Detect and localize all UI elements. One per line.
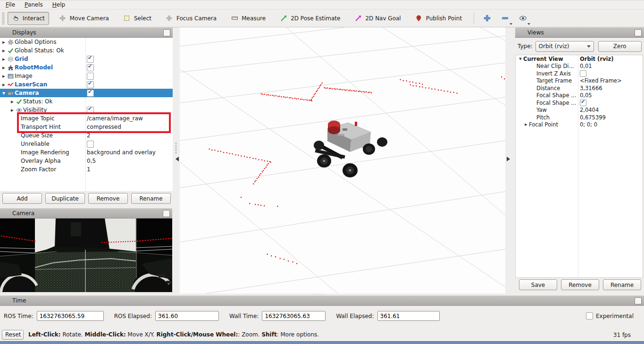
duplicate-button[interactable]: Duplicate	[45, 193, 85, 204]
tool-2d-nav-goal[interactable]: 2D Nav Goal	[350, 12, 405, 25]
views-float-button[interactable]	[635, 29, 642, 36]
zero-button[interactable]: Zero	[598, 41, 642, 52]
displays-row-laserscan[interactable]: ▶LaserScan	[0, 80, 173, 89]
row-value[interactable]: 0,5	[87, 157, 96, 165]
toolbar-separator	[474, 13, 474, 24]
checkbox[interactable]	[87, 56, 94, 63]
views-row-invert-z-axis[interactable]: Invert Z Axis	[516, 70, 643, 77]
row-value[interactable]: 0,05	[580, 92, 592, 100]
displays-row-overlay-alpha[interactable]: Overlay Alpha0,5	[0, 157, 173, 165]
3d-viewport[interactable]	[180, 27, 505, 294]
tool-zoom-out-minus-icon[interactable]	[499, 13, 511, 24]
tree-collapse-arrow[interactable]: ▶	[1, 74, 7, 78]
row-value[interactable]: 0,675399	[580, 114, 606, 121]
menu-item-file[interactable]: File	[5, 1, 20, 8]
tree-collapse-arrow[interactable]: ▶	[1, 57, 7, 61]
checkbox[interactable]	[87, 90, 94, 97]
tree-collapse-arrow[interactable]: ▶	[9, 100, 15, 104]
checkbox[interactable]	[580, 100, 586, 106]
time-field-label: Wall Time:	[229, 313, 259, 319]
toolbar-extra-tools	[481, 13, 535, 24]
views-remove-button[interactable]: Remove	[561, 279, 599, 290]
views-save-button[interactable]: Save	[519, 279, 557, 290]
reset-button[interactable]: Reset	[2, 330, 24, 340]
row-value[interactable]: <Fixed Frame>	[580, 77, 622, 85]
row-value[interactable]: Orbit (rviz)	[580, 55, 613, 63]
tool-focus-camera[interactable]: Focus Camera	[161, 12, 221, 25]
collapse-right-panel-arrow[interactable]	[507, 157, 510, 161]
checkbox[interactable]	[87, 64, 94, 71]
camera-float-button[interactable]	[163, 210, 170, 217]
collapse-left-panel-arrow[interactable]	[176, 157, 179, 161]
row-value[interactable]: background and overlay	[87, 148, 156, 157]
left-splitter-handle[interactable]	[175, 142, 177, 154]
tree-collapse-arrow[interactable]: ▶	[1, 49, 7, 53]
tool-measure[interactable]: Measure	[226, 12, 270, 25]
ros-time-input[interactable]	[37, 311, 104, 321]
tool-select[interactable]: Select	[119, 12, 156, 25]
views-row-focal-shape-[interactable]: Focal Shape ...	[516, 99, 643, 107]
row-label: Image	[15, 73, 33, 79]
checkbox[interactable]	[87, 81, 94, 88]
views-row-distance[interactable]: Distance3,31666	[516, 84, 643, 92]
row-value[interactable]: 0; 0; 0	[580, 121, 597, 129]
row-value[interactable]: 1	[87, 165, 91, 174]
views-row-focal-shape-[interactable]: Focal Shape ...0,05	[516, 92, 643, 100]
tool-zoom-in-plus-icon[interactable]	[481, 13, 493, 24]
tool-move-camera[interactable]: Move Camera	[55, 12, 113, 25]
row-value[interactable]: 3,31666	[580, 84, 602, 92]
views-row-current-view[interactable]: ▼Current ViewOrbit (rviz)	[516, 55, 643, 63]
displays-row-zoom-factor[interactable]: Zoom Factor1	[0, 165, 173, 174]
ros-elapsed-input[interactable]	[155, 311, 219, 321]
displays-row-camera[interactable]: ▼Camera	[0, 89, 173, 97]
wall-time-input[interactable]	[262, 311, 326, 321]
remove-button[interactable]: Remove	[88, 193, 128, 204]
displays-float-button[interactable]	[163, 29, 170, 36]
tree-expand-arrow[interactable]: ▼	[1, 91, 7, 95]
clock-icon	[2, 297, 9, 304]
views-row-target-frame[interactable]: Target Frame<Fixed Frame>	[516, 77, 643, 85]
tree-collapse-arrow[interactable]: ▶	[1, 66, 7, 70]
view-type-combobox[interactable]: Orbit (rviz)	[535, 41, 594, 52]
displays-row-global-options[interactable]: ▶Global Options	[0, 38, 173, 46]
displays-row-status-ok[interactable]: ▶Status: Ok	[0, 97, 173, 106]
time-float-button[interactable]	[635, 297, 642, 304]
tree-collapse-arrow[interactable]: ▶	[9, 108, 15, 112]
checkbox[interactable]	[87, 141, 94, 148]
views-row-focal-point[interactable]: ▶Focal Point0; 0; 0	[516, 121, 643, 129]
eye-tool-icon	[519, 15, 527, 22]
row-label: Camera	[15, 90, 39, 96]
camera-image-view[interactable]	[0, 218, 172, 292]
displays-row-image-rendering[interactable]: Image Renderingbackground and overlay	[0, 148, 173, 157]
tree-expand-arrow[interactable]: ▼	[518, 57, 523, 61]
tree-collapse-arrow[interactable]: ▶	[523, 123, 529, 126]
views-row-yaw[interactable]: Yaw2,0404	[516, 107, 643, 114]
menu-item-help[interactable]: Help	[51, 1, 70, 8]
displays-row-image[interactable]: ▶Image	[0, 72, 173, 80]
tool-2d-pose-estimate[interactable]: 2D Pose Estimate	[276, 12, 344, 25]
add-button[interactable]: Add	[2, 193, 42, 204]
menu-item-panels[interactable]: Panels	[24, 1, 48, 8]
toolbar-grip-handle[interactable]	[2, 12, 5, 25]
tool-interact[interactable]: Interact	[8, 12, 49, 25]
tool-eye-tool-icon[interactable]	[517, 13, 529, 24]
tree-collapse-arrow[interactable]: ▶	[1, 83, 7, 87]
rename-button[interactable]: Rename	[131, 193, 171, 204]
checkbox[interactable]	[580, 70, 586, 77]
tree-collapse-arrow[interactable]: ▶	[1, 40, 7, 44]
tool-publish-point[interactable]: Publish Point	[411, 12, 466, 25]
displays-row-global-status-ok[interactable]: ▶Global Status: Ok	[0, 46, 173, 55]
row-value[interactable]: 2,0404	[580, 107, 599, 114]
wall-elapsed-input[interactable]	[377, 311, 440, 321]
laserscan-icon	[7, 81, 15, 88]
views-row-pitch[interactable]: Pitch0,675399	[516, 114, 643, 121]
fps-counter: 31 fps	[613, 332, 631, 338]
views-row-near-clip-di-[interactable]: Near Clip Di...0,01	[516, 63, 643, 70]
views-rename-button[interactable]: Rename	[603, 279, 641, 290]
row-value[interactable]: 0,01	[580, 63, 592, 70]
displays-row-robotmodel[interactable]: ▶RobotModel	[0, 63, 173, 72]
displays-row-grid[interactable]: ▶Grid	[0, 55, 173, 63]
displays-row-unreliable[interactable]: Unreliable	[0, 140, 173, 148]
checkbox[interactable]	[87, 73, 94, 80]
experimental-checkbox[interactable]	[586, 312, 593, 319]
